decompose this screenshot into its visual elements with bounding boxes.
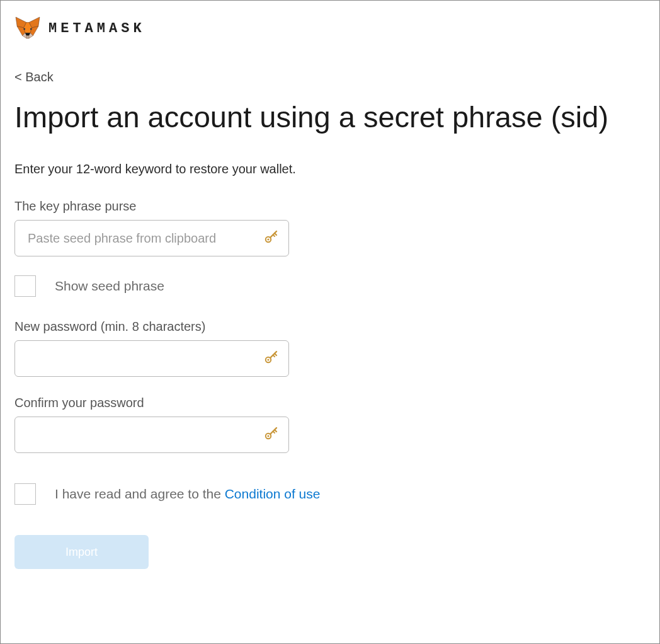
- show-seed-row: Show seed phrase: [14, 275, 646, 297]
- show-seed-label: Show seed phrase: [55, 279, 164, 294]
- brand-name: METAMASK: [48, 21, 145, 37]
- terms-checkbox[interactable]: [14, 483, 36, 505]
- confirm-password-input[interactable]: [14, 417, 289, 453]
- app-frame: METAMASK < Back Import an account using …: [0, 0, 660, 644]
- seed-phrase-label: The key phrase purse: [14, 199, 646, 214]
- svg-point-9: [30, 28, 32, 30]
- seed-phrase-input-wrap: [14, 220, 289, 256]
- seed-phrase-input[interactable]: [14, 220, 289, 256]
- back-link[interactable]: < Back: [14, 70, 646, 84]
- import-button[interactable]: Import: [14, 535, 149, 569]
- svg-marker-7: [26, 36, 29, 38]
- metamask-logo-icon: [14, 16, 41, 41]
- terms-label: I have read and agree to the Condition o…: [55, 486, 320, 502]
- page-title: Import an account using a secret phrase …: [14, 97, 646, 137]
- confirm-password-label: Confirm your password: [14, 396, 646, 410]
- terms-prefix: I have read and agree to the: [55, 486, 225, 501]
- show-seed-checkbox[interactable]: [14, 275, 36, 297]
- terms-link[interactable]: Condition of use: [225, 486, 321, 501]
- new-password-input[interactable]: [14, 340, 289, 377]
- new-password-input-wrap: [14, 340, 289, 377]
- page-subtitle: Enter your 12-word keyword to restore yo…: [14, 162, 646, 176]
- confirm-password-input-wrap: [14, 417, 289, 453]
- header: METAMASK: [14, 16, 646, 41]
- svg-point-8: [23, 28, 25, 30]
- terms-row: I have read and agree to the Condition o…: [14, 483, 646, 505]
- new-password-label: New password (min. 8 characters): [14, 319, 646, 334]
